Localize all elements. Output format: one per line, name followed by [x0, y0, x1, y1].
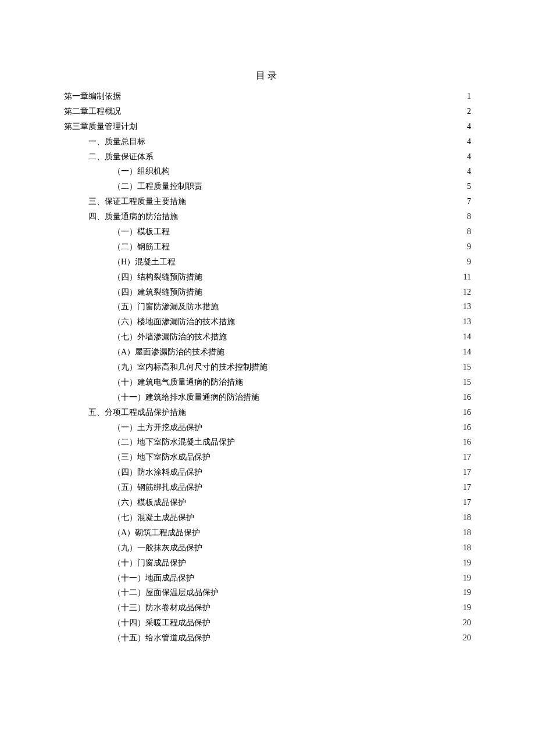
toc-entry-label: 一、质量总目标: [88, 134, 145, 149]
toc-entry-label: （四）防水涂料成品保护: [113, 465, 202, 480]
toc-entry-label: （H）混凝土工程: [113, 255, 176, 270]
toc-entry-label: （五）门窗防渗漏及防水措施: [113, 299, 219, 314]
toc-entry: （十一）建筑给排水质量通病的防治措施16: [64, 390, 471, 405]
toc-entry-label: 第三章质量管理计划: [64, 119, 137, 134]
toc-entry-page: 18: [459, 510, 471, 525]
toc-entry-page: 19: [459, 585, 471, 600]
toc-leader-dots: [187, 557, 458, 565]
toc-entry: （二）工程质量控制职责5: [64, 179, 471, 194]
toc-entry-page: 16: [459, 420, 471, 435]
toc-entry: 五、分项工程成品保护措施16: [64, 405, 471, 420]
toc-entry-page: 17: [459, 480, 471, 495]
toc-leader-dots: [195, 512, 458, 520]
toc-entry-page: 13: [459, 314, 471, 329]
toc-entry-page: 19: [459, 571, 471, 586]
toc-entry-label: （十五）给水管道成品保护: [113, 630, 211, 646]
toc-entry-page: 18: [459, 525, 471, 540]
toc-entry-page: 12: [459, 285, 471, 300]
toc-leader-dots: [220, 587, 458, 595]
toc-entry: （九）一般抹灰成品保护18: [64, 540, 471, 556]
toc-list: 第一章编制依据1第二章工程概况2第三章质量管理计划4一、质量总目标4二、质量保证…: [64, 89, 471, 646]
toc-entry: （一）组织机构4: [64, 164, 471, 179]
toc-leader-dots: [171, 226, 458, 234]
toc-entry: （H）混凝土工程9: [64, 255, 471, 270]
toc-entry-label: （二）工程质量控制职责: [113, 179, 202, 194]
toc-entry-label: （三）地下室防水成品保护: [113, 450, 211, 465]
toc-entry: （十五）给水管道成品保护20: [64, 630, 471, 646]
toc-entry-page: 13: [459, 299, 471, 314]
toc-entry-label: （一）组织机构: [113, 164, 170, 179]
toc-entry-label: （二）钢筋工程: [113, 239, 170, 255]
toc-entry-page: 14: [459, 345, 471, 360]
toc-leader-dots: [147, 136, 458, 144]
toc-entry-label: 五、分项工程成品保护措施: [88, 405, 186, 420]
toc-entry-label: （十）门窗成品保护: [113, 556, 186, 571]
toc-leader-dots: [195, 572, 458, 581]
toc-entry: （十）门窗成品保护19: [64, 556, 471, 571]
toc-entry: （一）土方开挖成品保护16: [64, 420, 471, 435]
toc-entry: （四）建筑裂缝预防措施12: [64, 285, 471, 300]
toc-entry-page: 8: [459, 209, 471, 224]
toc-entry-label: （一）模板工程: [113, 224, 170, 239]
toc-entry: 一、质量总目标4: [64, 134, 471, 149]
toc-entry-page: 19: [459, 556, 471, 571]
toc-leader-dots: [171, 166, 458, 174]
toc-leader-dots: [187, 497, 458, 505]
toc-entry-label: 第一章编制依据: [64, 89, 121, 104]
toc-entry-page: 14: [459, 329, 471, 345]
toc-entry-page: 20: [459, 615, 471, 630]
toc-leader-dots: [244, 377, 458, 385]
toc-entry-label: （五）钢筋绑扎成品保护: [113, 480, 202, 495]
toc-entry-page: 4: [459, 134, 471, 149]
toc-entry-page: 9: [459, 255, 471, 270]
toc-entry-label: （十一）地面成品保护: [113, 571, 194, 586]
toc-entry-page: 17: [459, 450, 471, 465]
toc-entry: （五）门窗防渗漏及防水措施13: [64, 299, 471, 314]
toc-entry: （十一）地面成品保护19: [64, 571, 471, 586]
toc-entry-page: 4: [459, 149, 471, 164]
toc-title: 目录: [64, 70, 471, 82]
toc-entry-page: 19: [459, 600, 471, 615]
toc-entry-page: 15: [459, 360, 471, 375]
toc-leader-dots: [138, 121, 458, 129]
toc-entry-page: 4: [459, 164, 471, 179]
toc-entry-label: （十一）建筑给排水质量通病的防治措施: [113, 390, 259, 405]
toc-entry: （十）建筑电气质量通病的防治措施15: [64, 375, 471, 390]
toc-entry-page: 16: [459, 435, 471, 450]
toc-entry-page: 11: [459, 270, 471, 285]
toc-leader-dots: [204, 286, 458, 295]
toc-entry-page: 20: [459, 630, 471, 646]
toc-leader-dots: [220, 301, 458, 309]
toc-entry-page: 9: [459, 239, 471, 255]
toc-entry-label: （十二）屋面保温层成品保护: [113, 585, 219, 600]
toc-entry-page: 1: [459, 89, 471, 104]
toc-entry: 第一章编制依据1: [64, 89, 471, 104]
toc-entry: （七）混凝土成品保护18: [64, 510, 471, 525]
toc-entry-page: 2: [459, 104, 471, 119]
toc-entry-label: （七）混凝土成品保护: [113, 510, 194, 525]
toc-leader-dots: [204, 271, 458, 280]
toc-leader-dots: [236, 436, 458, 445]
toc-entry: （一）模板工程8: [64, 224, 471, 239]
toc-entry: （四）防水涂料成品保护17: [64, 465, 471, 480]
toc-entry: （二）地下室防水混凝土成品保护16: [64, 435, 471, 450]
toc-entry-label: （二）地下室防水混凝土成品保护: [113, 435, 235, 450]
toc-entry-label: 四、质量通病的防治措施: [88, 209, 178, 224]
toc-entry-page: 18: [459, 540, 471, 556]
toc-entry-label: （四）建筑裂缝预防措施: [113, 285, 202, 300]
toc-leader-dots: [212, 602, 458, 610]
toc-entry-page: 15: [459, 375, 471, 390]
toc-entry: （十三）防水卷材成品保护19: [64, 600, 471, 615]
toc-entry-label: （六）楼地面渗漏防治的技术措施: [113, 314, 235, 329]
toc-entry-page: 8: [459, 224, 471, 239]
toc-leader-dots: [122, 91, 458, 99]
toc-entry: （二）钢筋工程9: [64, 239, 471, 255]
toc-entry: （四）结构裂缝预防措施11: [64, 270, 471, 285]
toc-leader-dots: [204, 542, 458, 550]
toc-entry-label: （七）外墙渗漏防治的技术措施: [113, 329, 227, 345]
toc-leader-dots: [228, 331, 458, 339]
toc-leader-dots: [201, 527, 458, 535]
toc-entry: （十二）屋面保温层成品保护19: [64, 585, 471, 600]
toc-entry-label: （十三）防水卷材成品保护: [113, 600, 211, 615]
toc-entry: 第三章质量管理计划4: [64, 119, 471, 134]
